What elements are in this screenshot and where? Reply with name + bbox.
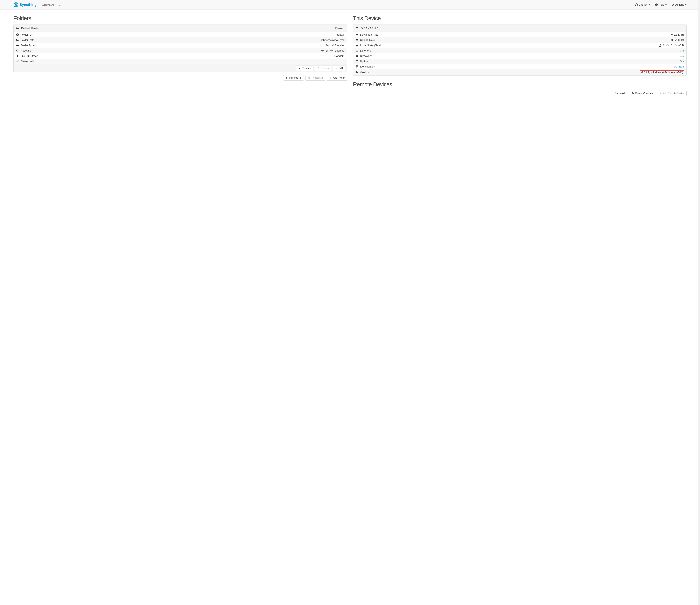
svg-rect-49 <box>357 66 358 66</box>
sitemap-icon <box>356 49 358 52</box>
share-icon <box>16 60 19 63</box>
folder-icon <box>16 27 19 30</box>
svg-point-23 <box>17 34 18 34</box>
row-identification: Identification POVKE34 <box>353 64 686 69</box>
sort-icon <box>16 55 19 57</box>
row-folder-id: Folder ID default <box>14 32 347 38</box>
svg-rect-47 <box>356 66 356 66</box>
svg-rect-52 <box>357 67 358 67</box>
nav-help-label: Help <box>659 3 664 6</box>
resume-all-button[interactable]: Resume All <box>283 75 304 80</box>
svg-rect-40 <box>356 50 357 50</box>
row-uptime: Uptime 3m <box>353 59 686 64</box>
caret-down-icon <box>685 4 686 5</box>
syncthing-logo-icon <box>14 2 19 7</box>
svg-rect-43 <box>357 51 358 52</box>
folders-heading: Folders <box>14 15 347 21</box>
svg-point-54 <box>356 72 357 72</box>
rescan-button[interactable]: Rescan <box>315 66 331 71</box>
svg-line-20 <box>674 4 674 4</box>
globe-icon <box>635 3 638 6</box>
add-remote-device-button[interactable]: Add Remote Device <box>657 91 686 96</box>
rescan-all-label: Rescan All <box>311 76 323 79</box>
main-content: Folders Default Folder Paused Folder ID … <box>0 9 700 96</box>
device-icon <box>356 27 358 30</box>
nav-actions[interactable]: Actions <box>672 3 686 6</box>
brand-name: Syncthing <box>20 2 36 7</box>
device-column: This Device DIBAKAR-PC Download Rate 0 B… <box>353 9 686 96</box>
rescans-label: Rescans <box>21 49 31 52</box>
device-details: Download Rate 0 B/s (0 B) Upload Rate 0 … <box>353 32 686 75</box>
brand[interactable]: Syncthing <box>14 2 36 7</box>
files-count: 0 <box>663 44 665 47</box>
gear-icon <box>672 3 675 6</box>
row-download-rate: Download Rate 0 B/s (0 B) <box>353 32 686 38</box>
folder-path-value: C:\Users\iowna\Sync <box>320 39 344 42</box>
version-value: v1.29.2, Windows (64-bit Intel/AMD) <box>640 70 684 74</box>
clock-icon <box>321 49 324 52</box>
pause-icon <box>611 92 614 95</box>
listeners-value[interactable]: 3/3 <box>680 49 684 52</box>
folder-icon <box>16 44 19 47</box>
download-value: 0 B/s (0 B) <box>671 33 684 36</box>
discovery-value[interactable]: 4/5 <box>680 54 684 57</box>
svg-rect-55 <box>612 93 612 94</box>
folder-id-value: default <box>336 33 344 36</box>
resume-button[interactable]: Resume <box>296 66 313 71</box>
question-circle-icon: ? <box>655 3 658 6</box>
svg-text:?: ? <box>656 4 657 6</box>
recent-changes-button[interactable]: Recent Changes <box>629 91 655 96</box>
plus-icon <box>329 76 332 79</box>
folders-column: Folders Default Folder Paused Folder ID … <box>14 9 347 96</box>
listeners-label: Listeners <box>360 49 371 52</box>
row-folder-type: Folder Type Send & Receive <box>14 43 347 48</box>
nav-language[interactable]: English <box>635 3 650 6</box>
edit-button[interactable]: Edit <box>333 66 345 71</box>
nav-help[interactable]: ? Help <box>655 3 667 6</box>
ident-label: Identification <box>360 65 375 68</box>
caret-down-icon <box>665 4 667 5</box>
ident-value[interactable]: POVKE34 <box>672 65 684 68</box>
version-label: Version <box>360 71 369 74</box>
svg-rect-32 <box>356 27 357 28</box>
recent-changes-label: Recent Changes <box>635 92 653 95</box>
upload-label: Upload Rate <box>360 39 375 42</box>
folder-type-label: Folder Type <box>21 44 34 47</box>
bytes-total: ~0 B <box>678 44 684 47</box>
refresh-icon <box>308 76 311 79</box>
add-folder-button[interactable]: Add Folder <box>327 75 347 80</box>
folder-panel-header[interactable]: Default Folder Paused <box>14 25 347 32</box>
local-state-label: Local State (Total) <box>360 44 381 47</box>
scrollbar[interactable]: ▴ ▾ <box>698 0 700 96</box>
plus-icon <box>659 92 662 95</box>
device-name: DIBAKAR-PC <box>360 27 379 30</box>
folder-panel-footer: Resume Rescan Edit <box>14 64 347 72</box>
pull-order-label: File Pull Order <box>21 54 38 57</box>
row-shared-with: Shared With <box>14 59 347 64</box>
play-icon <box>298 67 301 70</box>
nav-language-label: English <box>639 3 647 6</box>
svg-rect-44 <box>357 55 357 57</box>
dirs-count: 0 <box>671 44 672 47</box>
device-panel: DIBAKAR-PC Download Rate 0 B/s (0 B) Upl… <box>353 25 686 76</box>
device-panel-header[interactable]: DIBAKAR-PC <box>353 25 686 32</box>
pencil-icon <box>335 67 338 70</box>
scroll-up-arrow-icon[interactable]: ▴ <box>698 0 700 2</box>
pause-all-button[interactable]: Pause All <box>609 91 627 96</box>
play-icon <box>285 76 289 79</box>
rescans-watch: Enabled <box>334 49 344 52</box>
folder-path-label: Folder Path <box>21 39 34 42</box>
remote-buttons-row: Pause All Recent Changes Add Remote Devi… <box>353 91 686 96</box>
add-folder-label: Add Folder <box>333 76 345 79</box>
svg-rect-35 <box>357 28 358 28</box>
rescan-all-button[interactable]: Rescan All <box>305 75 325 80</box>
pull-order-value: Random <box>334 54 344 57</box>
svg-rect-34 <box>356 28 357 28</box>
svg-rect-33 <box>357 27 358 28</box>
qrcode-icon <box>356 65 358 68</box>
svg-rect-51 <box>356 67 356 68</box>
upload-value: 0 B/s (0 B) <box>671 39 684 42</box>
row-version: Version v1.29.2, Windows (64-bit Intel/A… <box>353 69 686 75</box>
cloud-upload-icon <box>356 39 358 42</box>
folder-outline-icon <box>666 44 669 47</box>
